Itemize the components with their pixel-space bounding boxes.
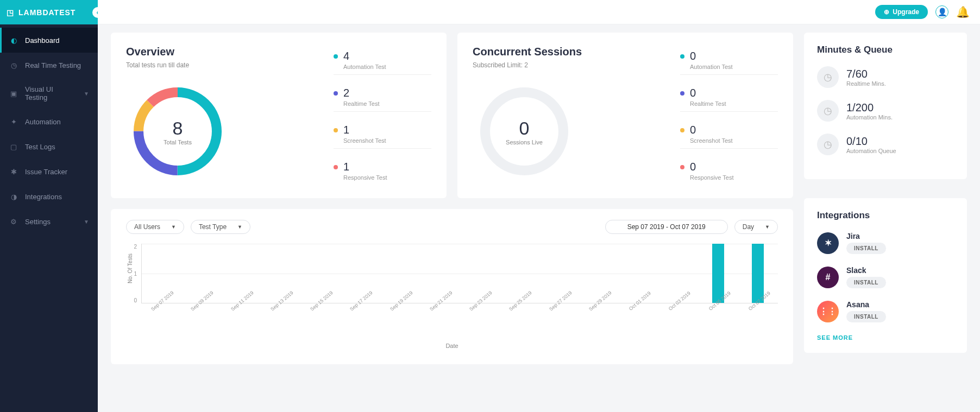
stat-screenshot-test: 1Screenshot Test xyxy=(334,124,431,149)
stat-dot xyxy=(680,54,684,59)
stat-realtime-test: 2Realtime Test xyxy=(334,87,431,112)
upgrade-label: Upgrade xyxy=(893,8,919,16)
sidebar-item-dashboard[interactable]: ◐Dashboard xyxy=(0,28,98,53)
install-button[interactable]: INSTALL xyxy=(846,311,886,322)
stat-label: Responsive Test xyxy=(334,174,431,185)
stat-dot xyxy=(680,91,684,96)
concurrent-card: Concurrent Sessions Subscribed Limit: 2 … xyxy=(457,33,793,198)
nav-label: Issue Tracker xyxy=(25,168,67,176)
mq-label: Realtime Mins. xyxy=(846,80,886,87)
install-button[interactable]: INSTALL xyxy=(846,243,886,254)
nav: ◐Dashboard◷Real Time Testing▣Visual UI T… xyxy=(0,24,98,234)
bell-icon[interactable]: 🔔 xyxy=(956,5,969,18)
nav-icon: ⚙ xyxy=(9,217,18,226)
sidebar-item-integrations[interactable]: ◑Integrations xyxy=(0,184,98,209)
main: Overview Total tests run till date 8 Tot… xyxy=(98,0,980,412)
stat-dot xyxy=(680,128,684,132)
mq-icon: ◷ xyxy=(817,134,839,155)
mq-icon: ◷ xyxy=(817,66,839,88)
stat-value: 0 xyxy=(690,50,696,62)
sidebar-item-visual-ui-testing[interactable]: ▣Visual UI Testing▼ xyxy=(0,78,98,109)
overview-total-num: 8 xyxy=(173,118,183,139)
stat-value: 4 xyxy=(343,50,349,62)
nav-label: Settings xyxy=(25,218,51,226)
stat-value: 1 xyxy=(343,124,349,136)
nav-icon: ▢ xyxy=(9,142,18,151)
stat-automation-test: 0Automation Test xyxy=(680,50,778,75)
users-filter[interactable]: All Users▼ xyxy=(126,220,184,234)
overview-title: Overview xyxy=(126,46,328,58)
overview-card: Overview Total tests run till date 8 Tot… xyxy=(111,33,447,198)
upgrade-icon: ⊕ xyxy=(884,8,889,16)
chevron-down-icon: ▼ xyxy=(84,219,89,225)
chart-y-label: No. Of Tests xyxy=(127,253,133,283)
stat-responsive-test: 0Responsive Test xyxy=(680,161,778,185)
logo-icon: ◳ xyxy=(7,8,14,17)
concurrent-total-lbl: Sessions Live xyxy=(506,139,543,145)
stat-dot xyxy=(334,91,338,96)
overview-donut: 8 Total Tests xyxy=(126,80,229,183)
stat-value: 1 xyxy=(343,161,349,173)
stat-label: Automation Test xyxy=(334,64,431,75)
date-range-picker[interactable]: Sep 07 2019 - Oct 07 2019 xyxy=(605,220,728,234)
integrations-card: Integrations ✶JiraINSTALL#SlackINSTALL⋮⋮… xyxy=(804,198,967,353)
integration-slack: #SlackINSTALL xyxy=(817,266,954,288)
stat-dot xyxy=(680,165,684,169)
concurrent-title: Concurrent Sessions xyxy=(473,46,675,58)
stat-automation-test: 4Automation Test xyxy=(334,50,431,75)
integrations-title: Integrations xyxy=(817,210,954,221)
stat-value: 0 xyxy=(690,124,696,136)
stat-realtime-test: 0Realtime Test xyxy=(680,87,778,112)
profile-icon[interactable]: 👤 xyxy=(935,5,948,18)
mq-value: 7/60 xyxy=(846,68,886,80)
chevron-down-icon: ▼ xyxy=(237,224,242,230)
test-type-filter[interactable]: Test Type▼ xyxy=(191,220,250,234)
integration-name: Jira xyxy=(846,232,886,240)
chevron-down-icon: ▼ xyxy=(171,224,176,230)
mq-label: Automation Mins. xyxy=(846,114,893,121)
install-button[interactable]: INSTALL xyxy=(846,277,886,288)
upgrade-button[interactable]: ⊕ Upgrade xyxy=(875,5,928,19)
y-tick: 2 xyxy=(134,244,137,250)
sidebar-item-test-logs[interactable]: ▢Test Logs xyxy=(0,134,98,159)
stat-dot xyxy=(334,128,338,132)
concurrent-total-num: 0 xyxy=(519,118,530,139)
sidebar-item-real-time-testing[interactable]: ◷Real Time Testing xyxy=(0,53,98,78)
sidebar-item-automation[interactable]: ✦Automation xyxy=(0,109,98,134)
chevron-down-icon: ▼ xyxy=(765,224,770,230)
sidebar-item-issue-tracker[interactable]: ✱Issue Tracker xyxy=(0,159,98,184)
stat-value: 0 xyxy=(690,87,696,99)
stat-value: 0 xyxy=(690,161,696,173)
stat-label: Realtime Test xyxy=(680,100,778,112)
mq-row-realtime-mins-: ◷7/60Realtime Mins. xyxy=(817,66,954,88)
stat-dot xyxy=(334,54,338,59)
mq-row-automation-mins-: ◷1/200Automation Mins. xyxy=(817,100,954,122)
sidebar-item-settings[interactable]: ⚙Settings▼ xyxy=(0,209,98,234)
nav-label: Real Time Testing xyxy=(25,61,81,69)
tests-chart-card: All Users▼ Test Type▼ Sep 07 2019 - Oct … xyxy=(111,209,793,364)
concurrent-subtitle: Subscribed Limit: 2 xyxy=(473,61,675,69)
see-more-link[interactable]: SEE MORE xyxy=(817,334,954,341)
nav-icon: ▣ xyxy=(9,88,18,98)
nav-icon: ◐ xyxy=(9,35,18,45)
brand[interactable]: ◳ LAMBDATEST ‹ xyxy=(0,0,98,24)
stat-responsive-test: 1Responsive Test xyxy=(334,161,431,185)
nav-label: Integrations xyxy=(25,193,62,201)
chart-x-ticks: Sep 07 2019Sep 09 2019Sep 11 2019Sep 13 … xyxy=(141,307,778,319)
granularity-filter[interactable]: Day▼ xyxy=(734,220,778,234)
stat-label: Automation Test xyxy=(680,64,778,75)
nav-label: Test Logs xyxy=(25,143,55,151)
overview-total-lbl: Total Tests xyxy=(164,139,192,145)
minutes-title: Minutes & Queue xyxy=(817,45,954,55)
nav-icon: ✦ xyxy=(9,117,18,126)
stat-label: Screenshot Test xyxy=(680,137,778,149)
brand-text: LAMBDATEST xyxy=(18,8,76,17)
nav-icon: ◷ xyxy=(9,60,18,70)
chevron-down-icon: ▼ xyxy=(84,91,89,97)
mq-row-automation-queue: ◷0/10Automation Queue xyxy=(817,134,954,155)
stat-label: Realtime Test xyxy=(334,100,431,112)
nav-label: Automation xyxy=(25,118,61,126)
stat-dot xyxy=(334,165,338,169)
integration-name: Slack xyxy=(846,266,886,275)
y-tick: 1 xyxy=(134,271,137,277)
